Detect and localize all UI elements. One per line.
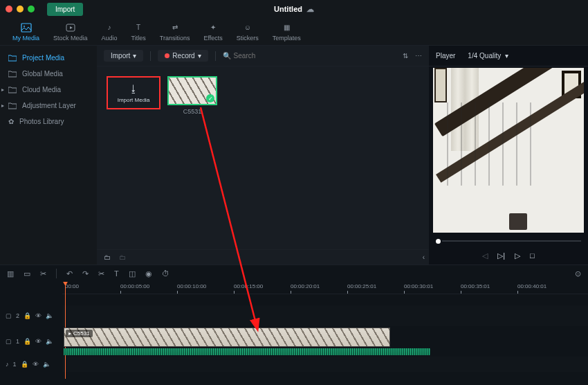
preview-toolbar: Player 1/4 Quality▾ <box>429 46 588 66</box>
tab-stock-media[interactable]: Stock Media <box>46 22 95 42</box>
import-media-card[interactable]: ⭳ Import Media <box>107 76 160 109</box>
stickers-icon: ☺ <box>242 22 253 33</box>
tab-label: Stickers <box>237 35 259 42</box>
speed-icon[interactable]: ⏱ <box>162 269 169 278</box>
chevron-right-icon: ▸ <box>1 102 4 109</box>
lock-icon[interactable]: 🔒 <box>24 312 31 319</box>
track-type-icon: ♪ <box>6 361 9 368</box>
main-tabs: My Media Stock Media ♪ Audio T Titles ⇄ … <box>0 18 588 46</box>
close-window-icon[interactable] <box>6 6 12 12</box>
player-label: Player <box>436 52 455 60</box>
new-folder-icon[interactable]: 🗀 <box>104 253 111 261</box>
templates-icon: ▦ <box>281 22 292 33</box>
stop-button[interactable]: □ <box>530 251 535 260</box>
transitions-icon: ⇄ <box>169 22 181 33</box>
tab-effects[interactable]: ✦ Effects <box>196 22 229 42</box>
tab-titles[interactable]: T Titles <box>125 22 153 42</box>
cloud-sync-icon[interactable]: ☁ <box>306 5 314 14</box>
quality-dropdown[interactable]: 1/4 Quality▾ <box>468 52 508 60</box>
tab-label: Audio <box>102 35 118 42</box>
titlebar: Import Untitled ☁ <box>0 0 588 18</box>
new-bin-icon[interactable]: 🗀 <box>119 253 126 261</box>
lock-icon[interactable]: 🔒 <box>21 361 28 368</box>
mute-icon[interactable]: 👁 <box>35 338 42 345</box>
mute-icon[interactable]: 👁 <box>35 312 42 319</box>
clip-thumbnail[interactable]: ✓ <box>167 76 217 105</box>
search-box[interactable]: 🔍 <box>223 52 396 60</box>
tab-label: Templates <box>273 35 301 42</box>
zoom-window-icon[interactable] <box>28 6 35 12</box>
tab-templates[interactable]: ▦ Templates <box>266 22 308 42</box>
marker-icon[interactable]: ◉ <box>145 269 152 278</box>
tab-transitions[interactable]: ⇄ Transitions <box>153 22 197 42</box>
crop-icon[interactable]: ◫ <box>129 269 136 278</box>
filter-icon[interactable]: ⇅ <box>403 52 408 60</box>
sidebar-item-global-media[interactable]: Global Media <box>0 66 97 82</box>
solo-icon[interactable]: 🔈 <box>46 312 53 319</box>
undo-icon[interactable]: ↶ <box>66 269 73 278</box>
redo-icon[interactable]: ↷ <box>82 269 89 278</box>
solo-icon[interactable]: 🔈 <box>43 361 50 368</box>
tab-stickers[interactable]: ☺ Stickers <box>230 22 266 42</box>
sidebar-item-adjustment-layer[interactable]: ▸ Adjustment Layer <box>0 98 97 114</box>
play-button[interactable]: ▷ <box>515 251 520 260</box>
sidebar-item-cloud-media[interactable]: ▸ Cloud Media <box>0 82 97 98</box>
preview-panel: Player 1/4 Quality▾ ◁ ▷| ▷ □ <box>429 46 588 265</box>
text-tool-icon[interactable]: T <box>114 269 119 278</box>
more-menu-icon[interactable]: ⋯ <box>415 52 422 60</box>
stock-media-icon <box>65 22 76 33</box>
record-dropdown-button[interactable]: Record▾ <box>158 50 208 62</box>
blade-tool-icon[interactable]: ✂ <box>40 269 46 278</box>
separator <box>150 51 151 61</box>
track-lane[interactable] <box>62 305 588 326</box>
audio-track-1: ♪ 1 🔒 👁 🔈 <box>0 357 588 372</box>
import-top-button[interactable]: Import <box>47 3 83 16</box>
preview-viewport[interactable] <box>433 68 584 233</box>
pointer-tool-icon[interactable]: ▭ <box>24 269 30 278</box>
minimize-window-icon[interactable] <box>17 6 24 12</box>
preview-progress[interactable] <box>429 235 588 247</box>
tab-audio[interactable]: ♪ Audio <box>95 22 125 42</box>
mute-icon[interactable]: 👁 <box>33 361 39 368</box>
track-lane[interactable] <box>62 357 588 372</box>
project-title-text: Untitled <box>274 5 302 13</box>
ruler-tick: 00:00:25:01 <box>347 283 376 289</box>
tab-label: Titles <box>131 35 146 42</box>
media-clip-card[interactable]: ✓ C5531 <box>167 76 217 115</box>
photos-icon: ✿ <box>8 118 14 125</box>
prev-frame-button[interactable]: ◁ <box>482 251 488 260</box>
solo-icon[interactable]: 🔈 <box>46 338 53 345</box>
search-icon: 🔍 <box>223 52 231 60</box>
timeline-clip[interactable]: ▸C5531 <box>64 328 390 347</box>
folder-icon <box>8 102 17 109</box>
zoom-fit-icon[interactable]: ⊙ <box>575 269 581 278</box>
track-number: 2 <box>16 312 19 319</box>
ruler-tick: 00:00:40:01 <box>517 283 546 289</box>
playhead-dot-icon[interactable] <box>436 239 441 244</box>
timeline-audio-waveform[interactable] <box>64 348 430 355</box>
tab-my-media[interactable]: My Media <box>6 22 46 42</box>
folder-icon <box>8 71 17 78</box>
search-input[interactable] <box>234 52 396 60</box>
ruler-tick: 00:00 <box>65 283 79 289</box>
arrange-icon[interactable]: ▥ <box>7 269 14 278</box>
collapse-panel-icon[interactable]: ‹ <box>423 253 425 261</box>
ruler-tick: 00:00:15:00 <box>234 283 263 289</box>
timeline-ruler[interactable]: 00:00 00:00:05:00 00:00:10:00 00:00:15:0… <box>62 282 588 294</box>
folder-icon <box>8 55 17 62</box>
next-frame-button[interactable]: ▷| <box>497 251 505 260</box>
separator <box>215 51 216 61</box>
import-dropdown-button[interactable]: Import▾ <box>104 50 143 62</box>
sidebar-item-project-media[interactable]: Project Media <box>0 50 97 66</box>
ruler-tick: 00:00:30:01 <box>404 283 433 289</box>
delete-icon[interactable]: ✂ <box>98 269 104 278</box>
media-toolbar: Import▾ Record▾ 🔍 ⇅ ⋯ <box>97 46 429 66</box>
window-controls <box>6 6 35 12</box>
track-lane[interactable]: ▸C5531 <box>62 326 588 357</box>
track-type-icon: ▢ <box>6 338 12 345</box>
svg-marker-3 <box>70 26 73 29</box>
sidebar-item-photos-library[interactable]: ✿ Photos Library <box>0 114 97 129</box>
tab-label: Transitions <box>160 35 190 42</box>
progress-track[interactable] <box>442 240 581 242</box>
lock-icon[interactable]: 🔒 <box>24 338 31 345</box>
